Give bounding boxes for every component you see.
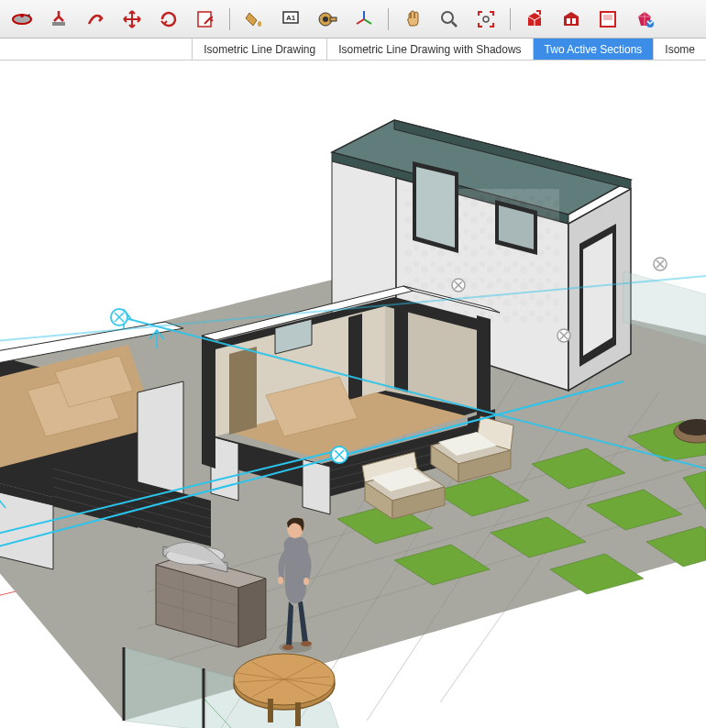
svg-point-11 xyxy=(442,12,453,23)
tab-isometric-line-drawing-shadows[interactable]: Isometric Line Drawing with Shadows xyxy=(326,39,532,60)
svg-marker-44 xyxy=(416,167,455,248)
arc-arrow-icon[interactable] xyxy=(83,6,108,32)
text-label-icon[interactable]: A1 xyxy=(278,6,303,32)
svg-marker-69 xyxy=(394,308,408,392)
section-display-icon[interactable] xyxy=(46,6,72,32)
svg-rect-116 xyxy=(268,699,273,722)
move-icon[interactable] xyxy=(119,6,145,32)
svg-point-2 xyxy=(20,14,24,17)
scene-tabs: Isometric Line Drawing Isometric Line Dr… xyxy=(0,39,706,61)
svg-rect-16 xyxy=(603,15,612,20)
svg-marker-82 xyxy=(202,336,215,469)
tab-isome-partial[interactable]: Isome xyxy=(653,39,706,60)
svg-point-5 xyxy=(258,21,261,27)
3d-warehouse-icon[interactable] xyxy=(522,6,547,32)
tab-two-active-sections[interactable]: Two Active Sections xyxy=(533,39,654,60)
svg-marker-97 xyxy=(238,579,266,647)
svg-text:A1: A1 xyxy=(286,14,296,22)
svg-marker-83 xyxy=(477,315,491,432)
ruby-icon[interactable] xyxy=(632,6,657,32)
export-icon[interactable] xyxy=(193,6,218,32)
tab-label: Isome xyxy=(665,43,695,56)
main-toolbar: A1 xyxy=(0,0,706,39)
layout-icon[interactable] xyxy=(595,6,621,32)
svg-rect-117 xyxy=(295,702,301,726)
section-plane-icon[interactable] xyxy=(9,6,35,32)
zoom-icon[interactable] xyxy=(436,6,462,32)
svg-point-9 xyxy=(323,17,328,22)
svg-rect-13 xyxy=(567,18,570,24)
separator xyxy=(388,8,389,30)
svg-point-120 xyxy=(301,641,312,646)
svg-point-119 xyxy=(282,645,293,650)
separator xyxy=(229,8,230,30)
svg-rect-10 xyxy=(330,17,336,21)
tape-measure-icon[interactable] xyxy=(314,6,340,32)
extension-warehouse-icon[interactable] xyxy=(558,6,584,32)
svg-marker-48 xyxy=(583,233,612,356)
pan-hand-icon[interactable] xyxy=(400,6,425,32)
3d-viewport[interactable] xyxy=(0,61,706,728)
tab-label: Two Active Sections xyxy=(545,43,643,56)
svg-rect-14 xyxy=(572,18,576,24)
svg-point-121 xyxy=(278,577,283,584)
tab-isometric-line-drawing[interactable]: Isometric Line Drawing xyxy=(192,39,326,60)
svg-point-122 xyxy=(303,578,309,585)
rotate-icon[interactable] xyxy=(156,6,182,32)
paint-bucket-icon[interactable] xyxy=(241,6,267,32)
svg-marker-72 xyxy=(229,347,257,435)
svg-point-12 xyxy=(483,17,489,22)
svg-marker-80 xyxy=(303,459,330,514)
tab-label: Isometric Line Drawing with Shadows xyxy=(338,43,521,56)
tab-label: Isometric Line Drawing xyxy=(204,43,315,56)
svg-marker-68 xyxy=(348,314,362,402)
svg-rect-3 xyxy=(52,22,65,26)
zoom-extents-icon[interactable] xyxy=(473,6,499,32)
separator xyxy=(510,8,511,30)
axis-icon[interactable] xyxy=(351,6,377,32)
